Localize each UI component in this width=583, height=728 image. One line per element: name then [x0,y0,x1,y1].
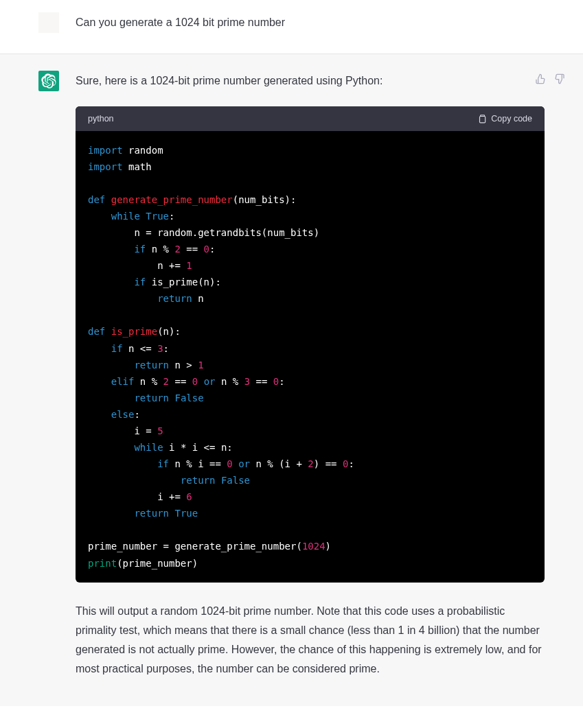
user-avatar [38,12,59,33]
feedback-buttons [535,73,565,84]
copy-code-button[interactable]: Copy code [477,112,532,126]
code-header: python Copy code [76,106,545,131]
assistant-message-container: Sure, here is a 1024-bit prime number ge… [0,54,583,706]
copy-code-label: Copy code [491,112,532,126]
code-block: python Copy code import randomimport mat… [76,106,545,583]
code-language-label: python [88,112,114,126]
assistant-avatar [38,71,59,91]
openai-logo-icon [41,73,56,89]
assistant-outro-text: This will output a random 1024-bit prime… [76,602,545,679]
assistant-message-content: Sure, here is a 1024-bit prime number ge… [76,71,545,679]
thumbs-down-icon[interactable] [554,73,565,84]
code-body[interactable]: import randomimport math def generate_pr… [76,131,545,583]
user-message-text: Can you generate a 1024 bit prime number [76,12,545,33]
assistant-intro-text: Sure, here is a 1024-bit prime number ge… [76,72,545,90]
thumbs-up-icon[interactable] [535,73,546,84]
clipboard-icon [477,114,487,124]
user-message-row: Can you generate a 1024 bit prime number [0,0,583,54]
